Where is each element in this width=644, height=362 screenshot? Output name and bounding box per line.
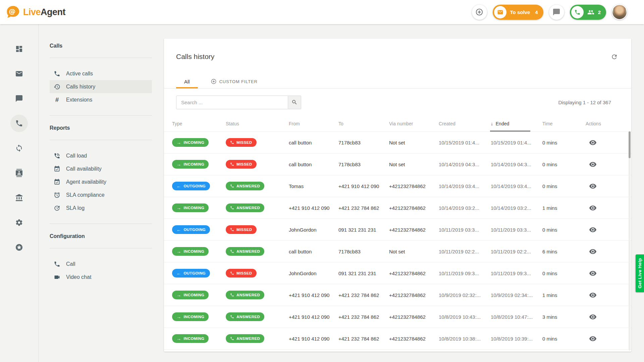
column-header-ended[interactable]: ↓ Ended	[491, 121, 542, 126]
rail-item-contacts[interactable]	[7, 161, 32, 185]
table-scrollbar[interactable]	[629, 131, 631, 351]
cell-created: 10/11/2019 09:3...	[439, 270, 491, 276]
column-header-time[interactable]: Time	[542, 121, 586, 126]
column-header-via-number[interactable]: Via number	[389, 121, 439, 126]
view-call-button[interactable]	[588, 137, 598, 148]
liveagent-logo[interactable]: @ LiveAgent	[5, 5, 65, 19]
arrow-right-icon: →	[176, 249, 181, 254]
scrollbar-thumb[interactable]	[629, 131, 631, 158]
type-badge: →INCOMING	[172, 334, 209, 343]
search-input[interactable]	[176, 96, 288, 109]
search-button[interactable]	[288, 96, 301, 109]
status-badge: ANSWERED	[226, 247, 264, 256]
cell-created: 10/14/2019 04:3...	[439, 162, 491, 167]
sidebar: Calls Active calls Calls history # Exten…	[39, 24, 153, 362]
refresh-button[interactable]	[609, 51, 620, 62]
add-new-button[interactable]	[472, 5, 487, 20]
cell-created: 10/15/2019 01:4...	[439, 140, 491, 145]
view-call-button[interactable]	[588, 159, 598, 170]
calcheck-icon	[54, 166, 60, 172]
divider	[50, 58, 152, 58]
column-header-from[interactable]: From	[289, 121, 338, 126]
view-call-button[interactable]	[588, 312, 598, 322]
view-call-button[interactable]	[588, 334, 598, 344]
status-badge: MISSED	[226, 269, 257, 278]
page-title: Calls history	[176, 53, 214, 61]
phone-icon	[230, 184, 234, 188]
sidebar-item-call-availability[interactable]: Call availability	[50, 162, 152, 175]
cell-actions	[586, 268, 631, 279]
cell-ended: 10/11/2019 03:3...	[491, 227, 542, 233]
user-avatar[interactable]	[612, 4, 627, 20]
view-call-button[interactable]	[588, 290, 598, 300]
cell-created: 10/9/2019 02:32:...	[439, 292, 491, 298]
cell-ended: 10/14/2019 03:2...	[491, 205, 542, 211]
sidebar-item-extensions[interactable]: # Extensions	[50, 93, 152, 106]
cell-to: +421 232 784 862	[338, 314, 389, 320]
rail-item-dashboard[interactable]	[7, 37, 32, 61]
sidebar-item-label: Call availability	[66, 166, 102, 172]
cell-ended: 10/11/2019 02:2...	[491, 249, 542, 254]
cell-created: 10/11/2019 03:3...	[439, 227, 491, 233]
search	[176, 96, 301, 109]
call-row: →INCOMING ANSWERED +421 910 412 090 +421…	[164, 306, 631, 328]
sidebar-item-active-calls[interactable]: Active calls	[50, 67, 152, 80]
column-header-status[interactable]: Status	[226, 121, 289, 126]
rail-item-tickets[interactable]	[7, 61, 32, 86]
sidebar-item-call-load[interactable]: Call load	[50, 149, 152, 162]
app-root: @ LiveAgent To solve 4	[0, 0, 644, 362]
eye-icon	[589, 139, 597, 146]
online-agents-button[interactable]: 2	[570, 5, 606, 20]
column-header-type[interactable]: Type	[172, 121, 226, 126]
tab-all[interactable]: All	[176, 75, 198, 88]
sidebar-section-calls: Calls Active calls Calls history # Exten…	[50, 43, 153, 106]
sidebar-item-sla-log[interactable]: SLA log	[50, 201, 152, 215]
cell-type: →INCOMING	[172, 247, 226, 256]
view-call-button[interactable]	[588, 181, 598, 191]
cell-from: +421 910 412 090	[289, 292, 338, 298]
rail-item-company[interactable]	[7, 185, 32, 210]
sidebar-item-video-chat[interactable]: Video chat	[50, 270, 152, 284]
rail-item-settings[interactable]	[7, 210, 32, 235]
alarm-icon	[54, 192, 60, 198]
cell-from: Tomas	[289, 183, 338, 189]
sidebar-item-call[interactable]: Call	[50, 257, 152, 270]
phone-icon	[230, 293, 234, 297]
column-header-actions[interactable]: Actions	[586, 121, 631, 126]
tab-custom-filter[interactable]: CUSTOM FILTER	[203, 75, 266, 88]
rail-item-upgrade[interactable]	[7, 235, 32, 260]
cell-status: ANSWERED	[226, 182, 289, 190]
sidebar-item-agent-availability[interactable]: Agent availability	[50, 175, 152, 188]
status-badge: MISSED	[226, 225, 257, 234]
phone-icon	[230, 271, 234, 275]
view-call-button[interactable]	[588, 268, 598, 279]
arrow-right-icon: →	[176, 162, 181, 167]
logo-bubble-icon: @	[5, 5, 20, 19]
cell-actions	[586, 137, 631, 148]
to-solve-button[interactable]: To solve 4	[493, 5, 543, 20]
status-badge: MISSED	[226, 138, 257, 147]
column-header-to[interactable]: To	[338, 121, 389, 126]
cell-status: ANSWERED	[226, 334, 289, 343]
cell-from: +421 910 412 090	[289, 314, 338, 320]
brand-name: LiveAgent	[23, 7, 65, 17]
cell-time: 0 mins	[542, 336, 586, 342]
phone-icon	[54, 70, 60, 77]
sidebar-item-sla-compliance[interactable]: SLA compliance	[50, 188, 152, 201]
cell-actions	[586, 246, 631, 257]
type-badge: →INCOMING	[172, 291, 209, 299]
rail-item-automation[interactable]	[7, 136, 32, 161]
sidebar-item-label: Active calls	[66, 71, 93, 77]
get-live-help-tab[interactable]: Get Live Help	[636, 254, 644, 292]
section-title: Calls	[50, 43, 153, 49]
rail-item-calls[interactable]	[7, 111, 32, 136]
rail-item-chats[interactable]	[7, 86, 32, 111]
column-header-created[interactable]: Created	[439, 121, 491, 126]
view-call-button[interactable]	[588, 203, 598, 213]
view-call-button[interactable]	[588, 225, 598, 235]
cell-created: 10/14/2019 03:4...	[439, 183, 491, 189]
cell-to: 091 321 231 231	[338, 270, 389, 276]
sidebar-item-calls-history[interactable]: Calls history	[50, 80, 152, 93]
chats-button[interactable]	[549, 5, 564, 20]
view-call-button[interactable]	[588, 246, 598, 257]
